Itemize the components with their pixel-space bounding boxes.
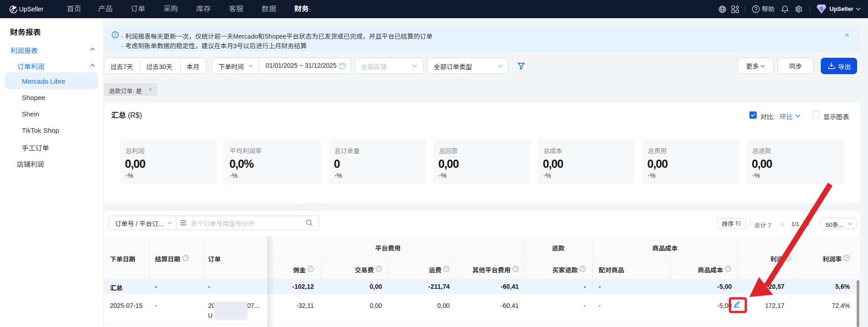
svg-text:?: ? [787, 256, 789, 260]
svg-text:?: ? [582, 267, 584, 271]
svg-text:?: ? [515, 267, 517, 271]
svg-text:?: ? [310, 267, 312, 271]
svg-text:?: ? [446, 267, 448, 271]
svg-text:?: ? [378, 267, 380, 271]
svg-text:?: ? [185, 256, 187, 260]
svg-text:S: S [820, 6, 823, 11]
svg-text:?: ? [846, 256, 848, 260]
svg-text:?: ? [727, 267, 729, 271]
